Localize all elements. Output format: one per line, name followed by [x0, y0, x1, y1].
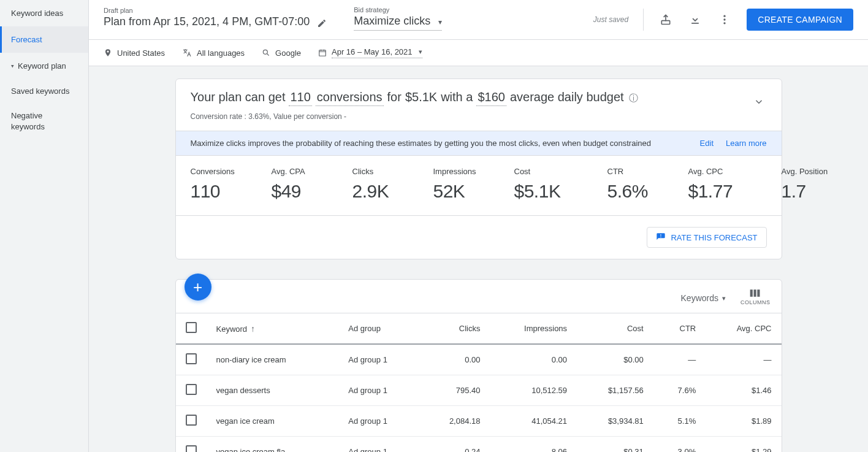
filter-language-label: All languages: [197, 48, 245, 58]
sidebar-item-saved-keywords[interactable]: Saved keywords: [0, 79, 88, 103]
plan-name[interactable]: Plan from Apr 15, 2021, 4 PM, GMT-07:00: [104, 15, 310, 31]
col-impressions[interactable]: Impressions: [490, 313, 577, 345]
col-cost[interactable]: Cost: [577, 313, 653, 345]
select-all-checkbox[interactable]: [186, 322, 197, 333]
cell-clicks: 2,084.18: [420, 406, 490, 437]
cell-impressions: 8.06: [490, 437, 577, 453]
header-bar: Draft plan Plan from Apr 15, 2021, 4 PM,…: [89, 0, 868, 40]
svg-rect-7: [754, 289, 756, 297]
col-avgcpc[interactable]: Avg. CPC: [706, 313, 781, 345]
download-icon[interactable]: [688, 12, 702, 27]
share-icon[interactable]: [658, 12, 673, 27]
metric-label: Clicks: [352, 167, 408, 176]
row-checkbox[interactable]: [186, 445, 197, 452]
add-keyword-fab[interactable]: +: [185, 274, 211, 301]
cell-cost: $0.00: [577, 344, 653, 375]
cell-cost: $1,157.56: [577, 375, 653, 406]
sidebar-item-keyword-plan[interactable]: Keyword plan: [0, 53, 88, 79]
cell-adgroup: Ad group 1: [338, 375, 420, 406]
forecast-headline: Your plan can get 110 conversions for $5…: [191, 90, 767, 106]
col-ctr[interactable]: CTR: [653, 313, 706, 345]
forecast-subline: Conversion rate : 3.63%, Value per conve…: [191, 112, 767, 121]
cell-avgcpc: —: [706, 344, 781, 375]
bid-strategy-dropdown[interactable]: Maximize clicks ▾: [354, 15, 442, 31]
feedback-icon: [656, 232, 666, 242]
cell-adgroup: Ad group 1: [338, 437, 420, 453]
rate-forecast-label: RATE THIS FORECAST: [671, 233, 757, 242]
col-keyword[interactable]: Keyword↑: [207, 313, 339, 345]
notice-learn-link[interactable]: Learn more: [726, 139, 766, 148]
svg-point-3: [724, 22, 726, 24]
svg-rect-5: [319, 50, 326, 56]
row-checkbox[interactable]: [186, 353, 197, 364]
edit-plan-name-icon[interactable]: [314, 16, 329, 31]
filter-location-label: United States: [117, 48, 165, 58]
table-row[interactable]: vegan ice cream fla...Ad group 10.248.06…: [176, 437, 782, 453]
create-campaign-button[interactable]: CREATE CAMPAIGN: [747, 9, 853, 31]
svg-point-1: [724, 15, 726, 17]
cell-impressions: 0.00: [490, 344, 577, 375]
calendar-icon: [318, 48, 327, 57]
filter-language[interactable]: All languages: [182, 48, 245, 58]
cell-keyword: non-diary ice cream: [207, 344, 339, 375]
col-clicks[interactable]: Clicks: [420, 313, 490, 345]
cell-cost: $3,934.81: [577, 406, 653, 437]
cell-keyword: vegan desserts: [207, 375, 339, 406]
table-row[interactable]: non-diary ice creamAd group 10.000.00$0.…: [176, 344, 782, 375]
svg-point-4: [263, 50, 267, 54]
metric-value: 5.6%: [607, 181, 663, 202]
headline-conversions-value[interactable]: 110: [289, 90, 311, 106]
table-view-dropdown[interactable]: Keywords ▾: [681, 288, 726, 303]
cell-impressions: 41,054.21: [490, 406, 577, 437]
columns-icon: [749, 288, 761, 298]
search-icon: [262, 48, 270, 57]
more-options-icon[interactable]: [717, 12, 732, 27]
headline-prefix: Your plan can get: [191, 90, 286, 104]
sidebar-item-label: Keyword plan: [18, 61, 66, 71]
row-checkbox[interactable]: [186, 415, 197, 426]
filter-date-range[interactable]: Apr 16 – May 16, 2021 ▾: [318, 47, 422, 58]
cell-clicks: 0.00: [420, 344, 490, 375]
filter-network-label: Google: [275, 48, 301, 58]
header-divider: [643, 9, 644, 31]
table-row[interactable]: vegan dessertsAd group 1795.4010,512.59$…: [176, 375, 782, 406]
bid-strategy-value: Maximize clicks: [354, 15, 430, 27]
bid-strategy-label: Bid strategy: [354, 6, 442, 13]
sort-arrow-up-icon: ↑: [251, 324, 255, 334]
notice-edit-link[interactable]: Edit: [700, 139, 714, 148]
columns-label: COLUMNS: [740, 299, 771, 305]
sidebar-item-forecast[interactable]: Forecast: [0, 26, 88, 53]
cell-avgcpc: $1.89: [706, 406, 781, 437]
cell-adgroup: Ad group 1: [338, 406, 420, 437]
col-adgroup[interactable]: Ad group: [338, 313, 420, 345]
language-icon: [182, 48, 192, 58]
cell-clicks: 795.40: [420, 375, 490, 406]
table-row[interactable]: vegan ice creamAd group 12,084.1841,054.…: [176, 406, 782, 437]
content-area: Your plan can get 110 conversions for $5…: [89, 66, 868, 452]
filter-location[interactable]: United States: [104, 48, 165, 58]
metric-label: Avg. Position: [782, 167, 837, 176]
metric-label: Impressions: [433, 167, 489, 176]
metric-label: CTR: [607, 167, 663, 176]
headline-cost: $5.1K: [405, 90, 437, 104]
chevron-down-icon: ▾: [722, 294, 726, 302]
columns-button[interactable]: COLUMNS: [740, 288, 771, 305]
headline-conversions-word[interactable]: conversions: [316, 90, 384, 106]
rate-forecast-button[interactable]: RATE THIS FORECAST: [647, 227, 766, 248]
metric-value: 1.7: [782, 181, 837, 202]
filter-network[interactable]: Google: [262, 48, 301, 58]
plan-name-group: Draft plan Plan from Apr 15, 2021, 4 PM,…: [104, 7, 329, 31]
sidebar-item-negative-keywords[interactable]: Negative keywords: [0, 103, 88, 140]
headline-budget[interactable]: $160: [476, 90, 506, 106]
headline-suffix: average daily budget: [510, 90, 624, 104]
help-icon[interactable]: ⓘ: [629, 93, 638, 104]
metrics-row: Conversions110 Avg. CPA$49 Clicks2.9K Im…: [176, 156, 782, 216]
expand-summary-icon[interactable]: [753, 96, 764, 107]
metric-value: $5.1K: [514, 181, 582, 202]
row-checkbox[interactable]: [186, 384, 197, 395]
sidebar-item-keyword-ideas[interactable]: Keyword ideas: [0, 0, 88, 26]
metric-value: $1.77: [688, 181, 756, 202]
notice-text: Maximize clicks improves the probability…: [191, 139, 651, 148]
chevron-down-icon: ▾: [419, 48, 422, 56]
metric-label: Cost: [514, 167, 582, 176]
